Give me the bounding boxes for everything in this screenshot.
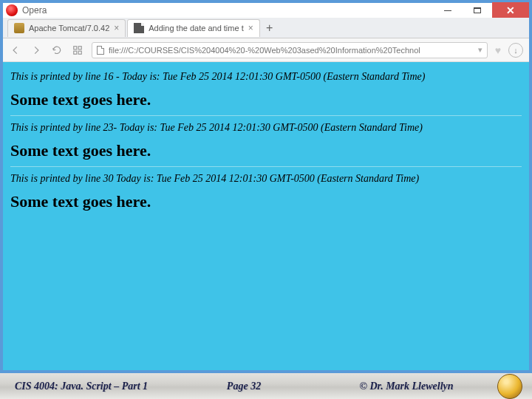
page-content: This is printed by line 16 - Today is: T… xyxy=(3,62,529,370)
header2: Some text goes here. xyxy=(10,141,522,160)
arrow-left-icon xyxy=(10,45,21,55)
tab-label: Adding the date and time t xyxy=(149,24,243,33)
footer-author: © Dr. Mark Llewellyn xyxy=(325,381,488,392)
url-text: file:///C:/COURSES/CIS%204004%20-%20Web%… xyxy=(109,46,474,55)
tab-close-icon[interactable]: × xyxy=(248,23,253,33)
tab-adding-date[interactable]: Adding the date and time t × xyxy=(127,19,259,37)
browser-window: Opera ✕ Apache Tomcat/7.0.42 × Adding th… xyxy=(0,0,532,373)
new-tab-button[interactable]: + xyxy=(262,20,278,36)
line23-text: This is printed by line 23- Today is: Tu… xyxy=(10,122,522,134)
app-name: Opera xyxy=(22,5,47,16)
forward-button[interactable] xyxy=(30,44,43,57)
tab-label: Apache Tomcat/7.0.42 xyxy=(29,24,109,33)
line30-text: This is printed by line 30 Today is: Tue… xyxy=(10,173,522,185)
download-icon: ↓ xyxy=(514,46,518,55)
svg-rect-1 xyxy=(78,46,81,49)
page-icon xyxy=(97,46,104,55)
document-favicon-icon xyxy=(134,23,144,33)
divider xyxy=(10,115,522,116)
header3: Some text goes here. xyxy=(10,192,522,211)
close-button[interactable]: ✕ xyxy=(492,2,529,18)
maximize-button[interactable] xyxy=(463,2,492,18)
header1: Some text goes here. xyxy=(10,90,522,109)
window-controls: ✕ xyxy=(433,2,529,18)
footer-course: CIS 4004: Java. Script – Part 1 xyxy=(0,381,163,392)
dropdown-icon[interactable]: ▾ xyxy=(478,45,482,55)
back-button[interactable] xyxy=(9,44,22,57)
reload-icon xyxy=(52,45,62,55)
grid-icon xyxy=(72,45,83,55)
tomcat-favicon-icon xyxy=(14,23,24,33)
url-box[interactable]: file:///C:/COURSES/CIS%204004%20-%20Web%… xyxy=(92,42,488,58)
titlebar: Opera ✕ xyxy=(3,0,529,18)
divider xyxy=(10,166,522,167)
slide-footer: CIS 4004: Java. Script – Part 1 Page 32 … xyxy=(0,373,532,399)
reload-button[interactable] xyxy=(50,44,64,57)
tab-close-icon[interactable]: × xyxy=(114,23,119,33)
minimize-button[interactable] xyxy=(433,2,463,18)
opera-logo-icon xyxy=(6,4,18,16)
line16-text: This is printed by line 16 - Today is: T… xyxy=(10,71,522,83)
svg-rect-0 xyxy=(74,46,77,49)
tab-tomcat[interactable]: Apache Tomcat/7.0.42 × xyxy=(7,19,126,37)
tab-bar: Apache Tomcat/7.0.42 × Adding the date a… xyxy=(3,18,529,38)
speed-dial-button[interactable] xyxy=(71,44,84,57)
footer-page: Page 32 xyxy=(163,381,325,392)
svg-rect-3 xyxy=(78,51,81,54)
ucf-logo-icon xyxy=(488,373,532,399)
svg-rect-2 xyxy=(74,51,77,54)
arrow-right-icon xyxy=(31,45,41,55)
downloads-button[interactable]: ↓ xyxy=(508,43,523,58)
navigation-bar: file:///C:/COURSES/CIS%204004%20-%20Web%… xyxy=(3,38,529,62)
bookmark-heart-icon[interactable]: ♥ xyxy=(495,44,501,56)
